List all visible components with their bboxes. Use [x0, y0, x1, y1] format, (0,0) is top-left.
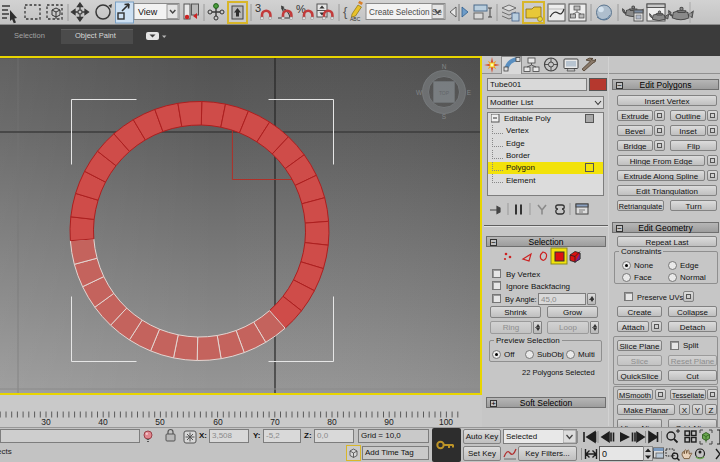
svg-text:30: 30 [41, 417, 51, 427]
svg-text:{: { [343, 4, 348, 19]
svg-text:40: 40 [98, 417, 108, 427]
svg-text:View: View [138, 7, 158, 17]
svg-text:Create Selection Se: Create Selection Se [369, 8, 442, 17]
svg-text:100: 100 [439, 417, 453, 427]
svg-text:80: 80 [327, 417, 337, 427]
svg-text:W: W [416, 89, 423, 96]
svg-text:TOP: TOP [439, 90, 450, 96]
svg-text:S: S [442, 113, 447, 120]
svg-text:60: 60 [213, 417, 223, 427]
svg-text:50: 50 [155, 417, 165, 427]
svg-text:ABC: ABC [350, 16, 361, 22]
svg-text:3: 3 [255, 2, 261, 14]
svg-text:90: 90 [384, 417, 394, 427]
svg-text:70: 70 [270, 417, 280, 427]
svg-text:E: E [467, 89, 472, 96]
svg-text:N: N [442, 63, 447, 70]
svg-text:0: 0 [602, 449, 607, 459]
